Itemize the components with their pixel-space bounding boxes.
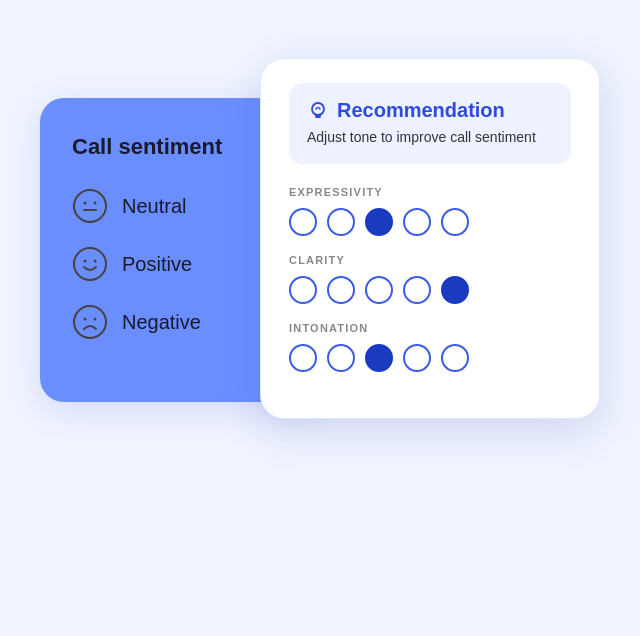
dot-0-1 — [327, 208, 355, 236]
dot-2-2 — [365, 344, 393, 372]
dot-1-3 — [403, 276, 431, 304]
dot-2-3 — [403, 344, 431, 372]
metrics-container: EXPRESSIVITYCLARITYINTONATION — [289, 186, 571, 372]
svg-point-5 — [84, 260, 87, 263]
dot-1-1 — [327, 276, 355, 304]
svg-point-0 — [74, 190, 106, 222]
negative-icon — [72, 304, 108, 340]
svg-point-8 — [84, 318, 87, 321]
metric-label-1: CLARITY — [289, 254, 571, 266]
svg-point-10 — [312, 103, 324, 115]
dot-1-0 — [289, 276, 317, 304]
dot-0-4 — [441, 208, 469, 236]
dot-2-0 — [289, 344, 317, 372]
dot-2-1 — [327, 344, 355, 372]
svg-point-6 — [94, 260, 97, 263]
metric-section-intonation: INTONATION — [289, 322, 571, 372]
dots-row-0 — [289, 208, 571, 236]
svg-point-7 — [74, 306, 106, 338]
svg-point-1 — [84, 202, 87, 205]
svg-point-9 — [94, 318, 97, 321]
neutral-icon — [72, 188, 108, 224]
dot-0-0 — [289, 208, 317, 236]
svg-point-4 — [74, 248, 106, 280]
dot-0-2 — [365, 208, 393, 236]
metric-section-expressivity: EXPRESSIVITY — [289, 186, 571, 236]
metric-label-0: EXPRESSIVITY — [289, 186, 571, 198]
recommendation-box: Recommendation Adjust tone to improve ca… — [289, 83, 571, 164]
svg-point-2 — [94, 202, 97, 205]
scene: Call sentiment Neutral — [40, 58, 600, 578]
recommendation-title: Recommendation — [307, 99, 553, 122]
recommendation-desc: Adjust tone to improve call sentiment — [307, 128, 553, 148]
dots-row-1 — [289, 276, 571, 304]
dot-1-2 — [365, 276, 393, 304]
front-card: Recommendation Adjust tone to improve ca… — [260, 58, 600, 419]
positive-icon — [72, 246, 108, 282]
positive-label: Positive — [122, 253, 192, 276]
metric-section-clarity: CLARITY — [289, 254, 571, 304]
metric-label-2: INTONATION — [289, 322, 571, 334]
neutral-label: Neutral — [122, 195, 186, 218]
dots-row-2 — [289, 344, 571, 372]
dot-2-4 — [441, 344, 469, 372]
lightbulb-icon — [307, 100, 329, 122]
dot-1-4 — [441, 276, 469, 304]
negative-label: Negative — [122, 311, 201, 334]
dot-0-3 — [403, 208, 431, 236]
